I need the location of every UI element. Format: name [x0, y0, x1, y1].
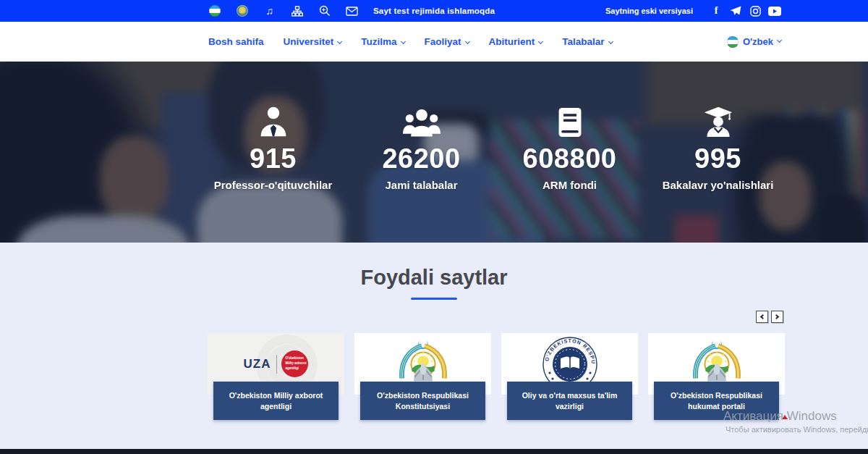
carousel-prev-button[interactable]	[756, 311, 768, 323]
card-title-bar: Oliy va o'rta maxsus ta'lim vazirligi	[507, 382, 632, 420]
useful-sites-section: Foydali saytlar UZA O'zbekiston Milliy a…	[0, 243, 868, 449]
hero-stats: 915 Professor-o'qituvchilar 26200 Jami t…	[199, 104, 792, 191]
old-version-link[interactable]: Saytning eski versiyasi	[605, 7, 693, 15]
card-title-bar: O'zbekiston Respublikasi hukumat portali	[654, 382, 779, 420]
main-menu: Bosh sahifa Universitet Tuzilma Faoliyat…	[208, 36, 632, 47]
useful-sites-cards: UZA O'zbekiston Milliy axborot agentligi…	[208, 333, 786, 420]
nav-item-talabalar[interactable]: Talabalar	[562, 36, 612, 47]
stat-label: Jami talabalar	[385, 179, 457, 191]
facebook-icon[interactable]: f	[710, 4, 723, 17]
stat-professors: 915 Professor-o'qituvchilar	[199, 104, 347, 191]
chevron-left-icon	[760, 314, 765, 319]
stat-value: 608800	[523, 144, 617, 175]
graduate-icon	[702, 104, 734, 138]
instagram-icon[interactable]	[749, 4, 762, 17]
card-title: Oliy va o'rta maxsus ta'lim vazirligi	[513, 390, 626, 411]
main-nav: Bosh sahifa Universitet Tuzilma Faoliyat…	[0, 22, 868, 62]
chevron-down-icon	[538, 39, 543, 44]
chevron-down-icon	[608, 39, 613, 44]
card-title: O'zbekiston Milliy axborot agentligi	[219, 390, 333, 411]
card-title-bar: O'zbekiston Respublikasi Konstitutsiyasi	[360, 382, 485, 420]
footer-strip	[0, 449, 868, 454]
site-test-mode-status: Sayt test rejimida ishlamoqda	[373, 7, 495, 15]
stat-library-fund: 608800 ARM fondi	[495, 104, 644, 191]
topbar: ♫ Sayt test rejimida ishlamoqda Saytning…	[0, 0, 868, 22]
card-title: O'zbekiston Respublikasi hukumat portali	[660, 390, 773, 411]
chevron-down-icon	[465, 39, 470, 44]
youtube-icon[interactable]	[768, 4, 781, 17]
teacher-icon	[258, 104, 289, 138]
stat-label: ARM fondi	[542, 179, 597, 191]
card-title-bar: O'zbekiston Milliy axborot agentligi	[213, 382, 339, 420]
nav-item-universitet[interactable]: Universitet	[284, 36, 342, 47]
card-title: O'zbekiston Respublikasi Konstitutsiyasi	[366, 390, 480, 411]
uz-flag-icon	[727, 36, 739, 48]
section-title: Foydali saytlar	[0, 266, 868, 290]
uz-flag-icon[interactable]	[208, 5, 221, 17]
uza-wordmark: UZA	[244, 357, 271, 371]
card-gov-portal[interactable]: O'zbekiston Respublikasi hukumat portali	[648, 333, 785, 420]
language-selector[interactable]: O'zbek	[727, 36, 781, 48]
stat-bachelor-programs: 995 Bakalavr yo'nalishlari	[644, 104, 792, 191]
telegram-icon[interactable]	[729, 4, 742, 17]
sitemap-icon[interactable]	[291, 5, 303, 17]
carousel-nav	[753, 311, 783, 323]
stat-label: Bakalavr yo'nalishlari	[663, 179, 774, 191]
chevron-right-icon	[774, 314, 779, 319]
stat-value: 26200	[382, 144, 460, 175]
divider	[276, 355, 277, 374]
uza-red-circle: O'zbekiston Milliy axborot agentligi	[281, 350, 308, 377]
carousel-next-button[interactable]	[771, 311, 783, 323]
chevron-down-icon	[777, 38, 782, 43]
card-uza[interactable]: UZA O'zbekiston Milliy axborot agentligi…	[208, 333, 344, 420]
page: ♫ Sayt test rejimida ishlamoqda Saytning…	[0, 0, 868, 454]
language-label: O'zbek	[743, 36, 773, 47]
nav-item-abiturient[interactable]: Abiturient	[489, 36, 543, 47]
card-constitution[interactable]: O'zbekiston Respublikasi Konstitutsiyasi	[354, 333, 491, 420]
nav-item-home[interactable]: Bosh sahifa	[208, 36, 264, 47]
chevron-down-icon	[337, 39, 342, 44]
nav-item-tuzilma[interactable]: Tuzilma	[361, 36, 404, 47]
search-icon[interactable]	[318, 5, 331, 17]
state-emblem-icon[interactable]	[236, 5, 248, 17]
anthem-music-icon[interactable]: ♫	[263, 5, 276, 17]
hero-banner: 915 Professor-o'qituvchilar 26200 Jami t…	[0, 62, 868, 243]
title-underline	[411, 298, 457, 300]
nav-item-faoliyat[interactable]: Faoliyat	[425, 36, 469, 47]
stat-students: 26200 Jami talabalar	[347, 104, 495, 191]
card-ministry[interactable]: O'ZBEKISTON RESPUBLIKASI Oliy va o'rta m…	[501, 333, 638, 420]
students-icon	[403, 104, 441, 138]
book-icon	[556, 104, 584, 138]
stat-value: 995	[694, 144, 741, 175]
stat-value: 915	[250, 144, 297, 175]
chevron-down-icon	[401, 39, 406, 44]
mail-icon[interactable]	[346, 5, 358, 17]
stat-label: Professor-o'qituvchilar	[214, 179, 333, 191]
